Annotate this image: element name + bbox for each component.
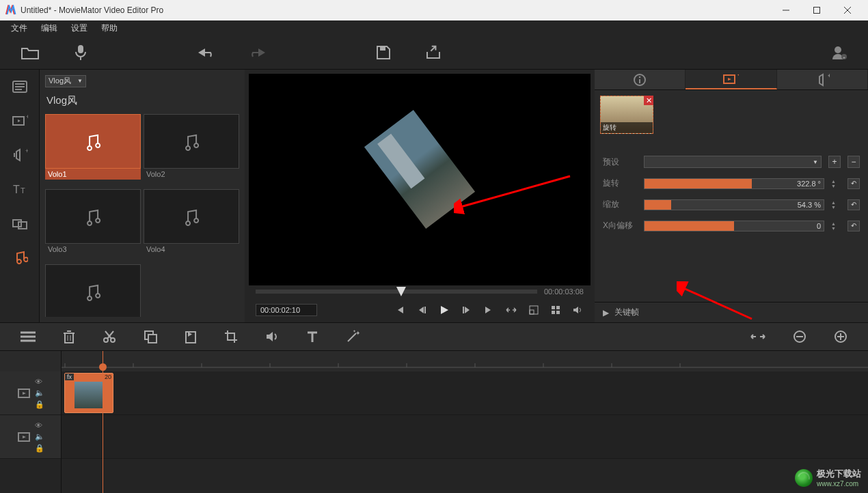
svg-text:+: + <box>26 114 28 120</box>
speaker-icon[interactable]: 🔈 <box>35 389 44 397</box>
menu-list-icon[interactable] <box>21 331 36 342</box>
preview-panel: 00:00:03:08 <box>245 70 595 322</box>
tab-video-effects[interactable]: ✦ <box>686 70 776 89</box>
redo-icon[interactable] <box>249 46 267 59</box>
track-head-video[interactable]: 👁🔈🔒 <box>0 371 61 415</box>
paste-icon[interactable] <box>185 330 197 343</box>
lock-icon[interactable]: 🔒 <box>35 400 44 409</box>
playhead[interactable] <box>103 351 103 493</box>
slider-value: 0 <box>814 222 824 230</box>
minimize-button[interactable] <box>770 0 801 20</box>
rotation-slider[interactable]: 322.8 ° <box>644 178 824 189</box>
save-icon[interactable] <box>376 45 391 60</box>
play-icon[interactable] <box>439 305 450 315</box>
eye-icon[interactable]: 👁 <box>35 421 44 429</box>
svg-text:T: T <box>21 186 25 195</box>
menu-settings[interactable]: 设置 <box>64 21 94 36</box>
zoom-in-icon[interactable] <box>834 330 847 343</box>
close-button[interactable] <box>832 0 863 20</box>
copy-icon[interactable] <box>144 330 157 343</box>
fit-icon[interactable] <box>506 305 517 315</box>
eye-icon[interactable]: 👁 <box>35 378 44 386</box>
library-item[interactable]: Volo4 <box>144 189 239 255</box>
library-item[interactable] <box>45 264 141 317</box>
scale-slider[interactable]: 54.3 % <box>644 199 824 210</box>
tab-media[interactable] <box>0 70 39 104</box>
svg-rect-26 <box>530 310 534 314</box>
preset-dropdown[interactable]: ▼ <box>644 156 822 168</box>
maximize-button[interactable] <box>801 0 832 20</box>
fullscreen-icon[interactable] <box>529 305 539 315</box>
value-stepper[interactable]: ▲▼ <box>831 200 841 210</box>
cut-icon[interactable] <box>103 330 116 343</box>
window-titlebar: Untitled* - MovieMator Video Editor Pro <box>0 0 868 20</box>
timeline-ruler[interactable] <box>62 351 868 371</box>
crop-icon[interactable] <box>224 330 238 343</box>
zoom-fit-icon[interactable] <box>750 332 765 341</box>
preview-canvas[interactable] <box>249 74 591 285</box>
value-stepper[interactable]: ▲▼ <box>831 179 841 188</box>
reset-button[interactable]: ↶ <box>847 178 860 189</box>
svg-text:+: + <box>25 147 28 154</box>
volume-icon[interactable] <box>573 305 584 315</box>
text-tool-icon[interactable] <box>306 330 318 343</box>
library-category-dropdown[interactable]: Vlog风 ▼ <box>45 75 86 87</box>
library-item-label: Volo1 <box>45 169 141 180</box>
xoffset-slider[interactable]: 0 <box>644 221 824 231</box>
scrub-thumb[interactable] <box>396 287 406 296</box>
step-forward-icon[interactable] <box>462 305 472 315</box>
play-small-icon: ▶ <box>603 308 609 318</box>
timecode-input[interactable] <box>256 304 317 316</box>
svg-point-6 <box>835 46 841 53</box>
tab-transitions[interactable] <box>0 206 39 240</box>
watermark-logo-icon <box>795 469 813 487</box>
preset-remove-button[interactable]: − <box>847 156 860 168</box>
reset-button[interactable]: ↶ <box>847 221 860 231</box>
tab-text[interactable]: TT <box>0 172 39 206</box>
tab-video-fx[interactable]: + <box>0 104 39 138</box>
tab-audio-fx[interactable]: + <box>0 138 39 172</box>
undo-icon[interactable] <box>197 46 215 59</box>
reset-button[interactable]: ↶ <box>847 199 860 210</box>
applied-effect-thumb[interactable]: ✕ 旋转 <box>600 96 653 134</box>
open-file-icon[interactable] <box>21 45 40 60</box>
account-icon[interactable]: + <box>831 44 847 61</box>
tab-music[interactable] <box>0 240 39 274</box>
grid-icon[interactable] <box>551 305 560 315</box>
preset-label: 预设 <box>603 156 637 168</box>
scrub-bar[interactable]: 00:00:03:08 <box>245 285 595 298</box>
library-item[interactable]: Volo3 <box>45 189 141 255</box>
music-note-icon <box>83 206 103 227</box>
menu-edit[interactable]: 编辑 <box>34 21 64 36</box>
svg-rect-28 <box>556 306 560 309</box>
skip-end-icon[interactable] <box>484 305 493 315</box>
svg-rect-10 <box>15 83 25 85</box>
lock-icon[interactable]: 🔒 <box>35 444 44 453</box>
timeline-track[interactable] <box>62 415 868 459</box>
skip-start-icon[interactable] <box>395 305 405 315</box>
menu-help[interactable]: 帮助 <box>94 21 124 36</box>
library-item[interactable]: Volo1 <box>45 114 141 180</box>
remove-effect-button[interactable]: ✕ <box>644 96 653 105</box>
library-item[interactable]: Volo2 <box>144 114 239 180</box>
svg-marker-67 <box>23 392 26 395</box>
delete-icon[interactable] <box>63 330 75 343</box>
timeline-track[interactable]: fx 20 <box>62 371 868 415</box>
tab-audio-effects[interactable]: ✦ <box>777 70 868 89</box>
svg-rect-20 <box>18 222 27 229</box>
track-head-video2[interactable]: 👁🔈🔒 <box>0 415 61 459</box>
chevron-down-icon: ▼ <box>77 78 83 84</box>
menu-file[interactable]: 文件 <box>4 21 34 36</box>
video-track-icon <box>17 386 33 400</box>
tab-info[interactable] <box>595 70 686 89</box>
speaker-icon[interactable]: 🔈 <box>35 432 44 441</box>
export-icon[interactable] <box>425 45 442 60</box>
preset-add-button[interactable]: + <box>828 156 841 168</box>
step-back-icon[interactable] <box>417 305 426 315</box>
timeline-clip[interactable]: fx 20 <box>64 373 113 413</box>
microphone-icon[interactable] <box>74 44 87 61</box>
zoom-out-icon[interactable] <box>793 330 806 343</box>
value-stepper[interactable]: ▲▼ <box>831 221 841 231</box>
magic-icon[interactable]: ✦✦ <box>346 330 360 343</box>
audio-icon[interactable] <box>265 330 279 343</box>
